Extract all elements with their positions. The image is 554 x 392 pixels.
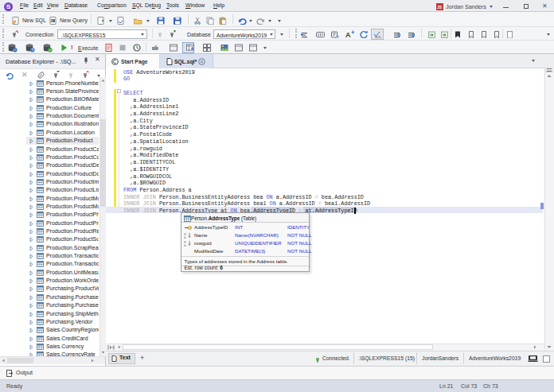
svg-text:b: b: [184, 235, 186, 239]
svg-text:b: b: [184, 243, 186, 246]
svg-text:?: ?: [32, 48, 34, 52]
svg-text:A: A: [345, 31, 351, 39]
svg-text:SQL: SQL: [375, 35, 381, 39]
